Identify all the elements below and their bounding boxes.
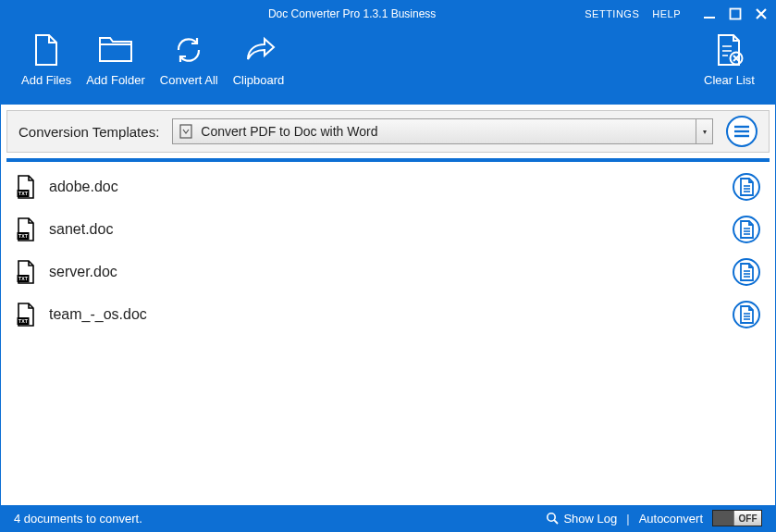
file-name: sanet.doc	[49, 221, 720, 238]
svg-text:TXT: TXT	[18, 191, 29, 196]
txt-file-icon: TXT	[16, 260, 36, 284]
txt-file-icon: TXT	[16, 217, 36, 241]
refresh-icon	[173, 32, 204, 68]
file-details-button[interactable]	[733, 258, 760, 286]
add-files-label: Add Files	[21, 73, 71, 87]
close-icon[interactable]	[755, 7, 768, 20]
file-name: team_-_os.doc	[49, 306, 720, 323]
svg-line-31	[555, 520, 559, 524]
file-details-button[interactable]	[733, 301, 760, 328]
add-folder-label: Add Folder	[86, 73, 145, 87]
clipboard-button[interactable]: Clipboard	[226, 27, 292, 87]
share-arrow-icon	[242, 32, 276, 68]
template-bar: Conversion Templates: Convert PDF to Doc…	[6, 110, 770, 153]
clear-list-label: Clear List	[704, 73, 755, 87]
svg-rect-1	[731, 9, 741, 19]
clear-list-icon	[715, 32, 745, 68]
file-row[interactable]: TXTadobe.doc	[6, 166, 770, 208]
file-name: adobe.doc	[49, 179, 720, 195]
show-log-button[interactable]: Show Log	[546, 512, 617, 526]
titlebar-actions: SETTINGS HELP	[585, 7, 768, 20]
add-files-button[interactable]: Add Files	[14, 27, 79, 87]
svg-point-30	[548, 513, 555, 521]
status-bar: 4 documents to convert. Show Log | Autoc…	[1, 505, 775, 531]
template-selected-text: Convert PDF to Doc with Word	[199, 124, 696, 139]
txt-file-icon: TXT	[16, 303, 36, 327]
help-link[interactable]: HELP	[652, 8, 681, 19]
titlebar: Doc Converter Pro 1.3.1 Business SETTING…	[1, 1, 775, 27]
hamburger-icon	[733, 125, 750, 138]
settings-link[interactable]: SETTINGS	[585, 8, 639, 19]
maximize-icon[interactable]	[729, 7, 742, 20]
folder-icon	[97, 32, 134, 68]
svg-text:TXT: TXT	[18, 318, 29, 324]
chevron-down-icon[interactable]: ▾	[696, 119, 712, 143]
search-icon	[546, 512, 559, 525]
file-row[interactable]: TXTserver.doc	[6, 251, 770, 293]
file-details-button[interactable]	[733, 216, 760, 243]
autoconvert-toggle[interactable]: OFF	[712, 510, 762, 526]
template-menu-button[interactable]	[726, 116, 758, 147]
toolbar: Add Files Add Folder Convert All Clipboa…	[1, 27, 775, 105]
file-details-button[interactable]	[733, 173, 760, 201]
file-row[interactable]: TXTsanet.doc	[6, 208, 770, 251]
app-title: Doc Converter Pro 1.3.1 Business	[119, 7, 585, 20]
autoconvert-label: Autoconvert	[639, 512, 703, 526]
svg-text:TXT: TXT	[18, 233, 29, 239]
separator-pipe: |	[626, 512, 629, 526]
separator	[6, 158, 770, 162]
header: Doc Converter Pro 1.3.1 Business SETTING…	[1, 1, 775, 105]
svg-rect-0	[704, 17, 715, 19]
template-select[interactable]: Convert PDF to Doc with Word ▾	[172, 118, 713, 144]
status-text: 4 documents to convert.	[14, 512, 546, 526]
file-name: server.doc	[49, 264, 720, 280]
convert-all-button[interactable]: Convert All	[153, 27, 226, 87]
svg-rect-6	[180, 125, 191, 138]
clear-list-button[interactable]: Clear List	[696, 27, 762, 87]
clipboard-label: Clipboard	[233, 73, 285, 87]
file-plus-icon	[32, 32, 60, 68]
txt-file-icon: TXT	[16, 175, 36, 199]
file-list: TXTadobe.docTXTsanet.docTXTserver.docTXT…	[6, 166, 770, 493]
template-label: Conversion Templates:	[18, 124, 159, 140]
convert-all-label: Convert All	[160, 73, 218, 87]
minimize-icon[interactable]	[703, 7, 716, 20]
add-folder-button[interactable]: Add Folder	[79, 27, 153, 87]
toggle-knob: OFF	[733, 511, 761, 526]
file-row[interactable]: TXTteam_-_os.doc	[6, 293, 770, 336]
svg-text:TXT: TXT	[18, 276, 29, 281]
template-type-icon	[173, 124, 199, 139]
